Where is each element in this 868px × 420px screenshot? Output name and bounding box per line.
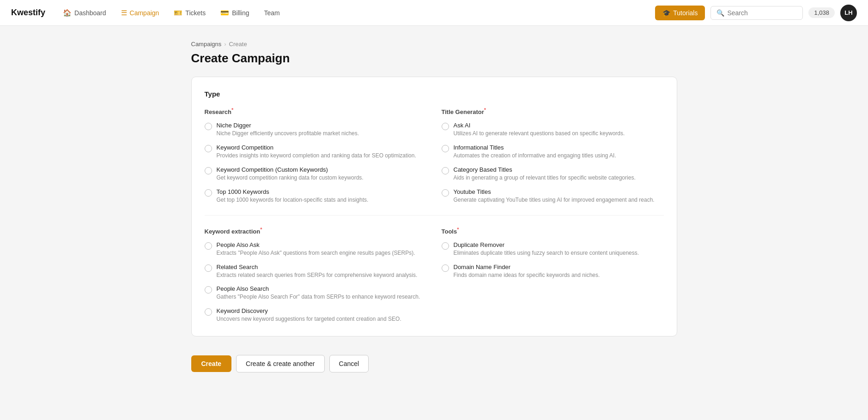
breadcrumb-separator: ›	[224, 41, 226, 48]
main-content: Campaigns › Create Create Campaign Type …	[180, 26, 688, 395]
card-section-title: Type	[205, 90, 664, 98]
option-desc: Finds domain name ideas for specific key…	[454, 271, 600, 279]
option-related-search[interactable]: Related Search Extracts related search q…	[205, 264, 427, 279]
option-name: Duplicate Remover	[454, 241, 639, 248]
radio-youtube-titles[interactable]	[442, 189, 449, 197]
navbar: Kwestify 🏠 Dashboard ☰ Campaign 🎫 Ticket…	[0, 0, 868, 26]
option-desc: Niche Digger efficiently uncovers profit…	[217, 130, 359, 138]
option-ask-ai[interactable]: Ask AI Utilizes AI to generate relevant …	[442, 122, 664, 138]
option-youtube-titles[interactable]: Youtube Titles Generate captivating YouT…	[442, 188, 664, 204]
tutorials-icon: 🎓	[662, 9, 670, 17]
option-category-based-titles[interactable]: Category Based Titles Aids in generating…	[442, 166, 664, 182]
radio-ask-ai[interactable]	[442, 123, 449, 130]
option-niche-digger[interactable]: Niche Digger Niche Digger efficiently un…	[205, 122, 427, 138]
columns-row2: Keyword extraction* People Also Ask Extr…	[205, 227, 664, 324]
radio-domain-name-finder[interactable]	[442, 264, 449, 272]
nav-item-billing[interactable]: 💳 Billing	[214, 5, 255, 21]
radio-category-based-titles[interactable]	[442, 167, 449, 174]
tutorials-button[interactable]: 🎓 Tutorials	[655, 6, 705, 20]
option-name: People Also Ask	[217, 241, 415, 248]
nav-item-tickets[interactable]: 🎫 Tickets	[167, 5, 212, 21]
option-desc: Gathers "People Also Search For" data fr…	[217, 293, 420, 301]
research-category-title: Research*	[205, 107, 427, 115]
option-people-also-ask[interactable]: People Also Ask Extracts "People Also As…	[205, 241, 427, 257]
option-domain-name-finder[interactable]: Domain Name Finder Finds domain name ide…	[442, 264, 664, 279]
tutorials-label: Tutorials	[673, 9, 698, 17]
tickets-icon: 🎫	[174, 9, 182, 17]
nav-right: 🎓 Tutorials 🔍 1,038 LH	[655, 5, 857, 21]
breadcrumb-root[interactable]: Campaigns	[191, 41, 222, 48]
option-name: Keyword Competition	[217, 144, 416, 151]
nav-item-label-team: Team	[264, 9, 280, 17]
option-desc: Aids in generating a group of relevant t…	[454, 174, 636, 182]
title-generator-section: Title Generator* Ask AI Utilizes AI to g…	[442, 107, 664, 204]
option-duplicate-remover[interactable]: Duplicate Remover Eliminates duplicate t…	[442, 241, 664, 257]
keyword-extraction-options: People Also Ask Extracts "People Also As…	[205, 241, 427, 323]
create-button[interactable]: Create	[191, 355, 232, 372]
search-input[interactable]	[727, 9, 797, 17]
home-icon: 🏠	[63, 9, 72, 17]
nav-item-team[interactable]: Team	[258, 6, 286, 20]
nav-badge: 1,038	[808, 7, 835, 18]
option-keyword-competition-custom[interactable]: Keyword Competition (Custom Keywords) Ge…	[205, 166, 427, 182]
nav-item-campaign[interactable]: ☰ Campaign	[115, 5, 166, 21]
nav-item-dashboard[interactable]: 🏠 Dashboard	[56, 5, 113, 21]
page-title: Create Campaign	[191, 51, 677, 66]
campaign-icon: ☰	[121, 9, 127, 17]
tools-section: Tools* Duplicate Remover Eliminates dupl…	[442, 227, 664, 324]
radio-related-search[interactable]	[205, 264, 212, 272]
option-desc: Uncovers new keyword suggestions for tar…	[217, 315, 401, 323]
option-desc: Utilizes AI to generate relevant questio…	[454, 130, 625, 138]
option-informational-titles[interactable]: Informational Titles Automates the creat…	[442, 144, 664, 160]
option-name: Youtube Titles	[454, 188, 655, 195]
nav-item-label-billing: Billing	[232, 9, 249, 17]
billing-icon: 💳	[220, 9, 229, 17]
radio-informational-titles[interactable]	[442, 145, 449, 152]
option-name: Top 1000 Keywords	[217, 188, 369, 195]
create-another-button[interactable]: Create & create another	[236, 355, 324, 372]
keyword-extraction-category-title: Keyword extraction*	[205, 227, 427, 235]
option-desc: Get top 1000 keywords for location-speci…	[217, 196, 369, 204]
footer-actions: Create Create & create another Cancel	[191, 348, 677, 380]
research-section: Research* Niche Digger Niche Digger effi…	[205, 107, 427, 204]
option-desc: Eliminates duplicate titles using fuzzy …	[454, 249, 639, 257]
option-people-also-search[interactable]: People Also Search Gathers "People Also …	[205, 285, 427, 301]
radio-duplicate-remover[interactable]	[442, 242, 449, 250]
section-divider	[205, 215, 664, 216]
research-options: Niche Digger Niche Digger efficiently un…	[205, 122, 427, 204]
columns-row1: Research* Niche Digger Niche Digger effi…	[205, 107, 664, 204]
type-card: Type Research* Niche Digger Niche Digger…	[191, 77, 677, 336]
radio-top-1000-keywords[interactable]	[205, 189, 212, 197]
option-name: Related Search	[217, 264, 418, 270]
radio-niche-digger[interactable]	[205, 123, 212, 130]
option-desc: Get keyword competition ranking data for…	[217, 174, 364, 182]
tools-category-title: Tools*	[442, 227, 664, 235]
option-name: Keyword Competition (Custom Keywords)	[217, 166, 364, 173]
nav-item-label-campaign: Campaign	[130, 9, 159, 17]
cancel-button[interactable]: Cancel	[329, 355, 369, 372]
nav-items: 🏠 Dashboard ☰ Campaign 🎫 Tickets 💳 Billi…	[56, 5, 651, 21]
title-generator-category-title: Title Generator*	[442, 107, 664, 115]
radio-people-also-search[interactable]	[205, 286, 212, 294]
radio-keyword-discovery[interactable]	[205, 308, 212, 316]
title-generator-options: Ask AI Utilizes AI to generate relevant …	[442, 122, 664, 204]
breadcrumb: Campaigns › Create	[191, 41, 677, 48]
option-name: Category Based Titles	[454, 166, 636, 173]
option-desc: Automates the creation of informative an…	[454, 152, 616, 160]
option-desc: Provides insights into keyword completio…	[217, 152, 416, 160]
radio-people-also-ask[interactable]	[205, 242, 212, 250]
tools-options: Duplicate Remover Eliminates duplicate t…	[442, 241, 664, 279]
nav-item-label-tickets: Tickets	[185, 9, 206, 17]
option-desc: Generate captivating YouTube titles usin…	[454, 196, 655, 204]
search-icon: 🔍	[716, 9, 724, 17]
option-name: People Also Search	[217, 285, 420, 292]
option-name: Ask AI	[454, 122, 625, 129]
option-keyword-discovery[interactable]: Keyword Discovery Uncovers new keyword s…	[205, 307, 427, 323]
option-top-1000-keywords[interactable]: Top 1000 Keywords Get top 1000 keywords …	[205, 188, 427, 204]
search-box[interactable]: 🔍	[710, 6, 803, 20]
option-keyword-competition[interactable]: Keyword Competition Provides insights in…	[205, 144, 427, 160]
brand-logo: Kwestify	[11, 8, 45, 18]
radio-keyword-competition[interactable]	[205, 145, 212, 152]
nav-avatar[interactable]: LH	[840, 5, 857, 21]
radio-keyword-competition-custom[interactable]	[205, 167, 212, 174]
